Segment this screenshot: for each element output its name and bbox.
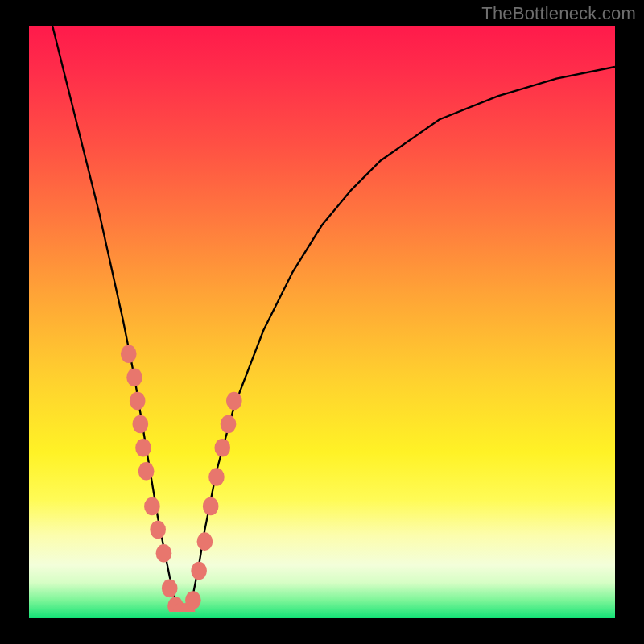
marker-dot (197, 532, 213, 551)
curve-markers (121, 345, 242, 612)
marker-dot (130, 392, 146, 411)
marker-dot (135, 439, 151, 457)
chart-frame: TheBottleneck.com (0, 0, 644, 644)
marker-dot (191, 562, 207, 580)
watermark-text: TheBottleneck.com (481, 3, 636, 24)
marker-dot (203, 497, 219, 516)
bottleneck-curve-path (52, 26, 615, 612)
marker-dot (214, 439, 230, 457)
marker-dot (221, 415, 237, 434)
marker-dot (132, 415, 148, 434)
marker-dot (121, 345, 137, 363)
marker-dot (150, 521, 166, 539)
plot-area (29, 26, 615, 618)
marker-dot (226, 392, 242, 411)
curve-layer (29, 26, 615, 612)
marker-dot (138, 462, 155, 481)
marker-dot (144, 497, 160, 516)
marker-dot (156, 544, 172, 563)
marker-dot (126, 369, 142, 387)
marker-dot (162, 580, 178, 598)
marker-dot (185, 591, 201, 609)
marker-dot (208, 468, 225, 486)
